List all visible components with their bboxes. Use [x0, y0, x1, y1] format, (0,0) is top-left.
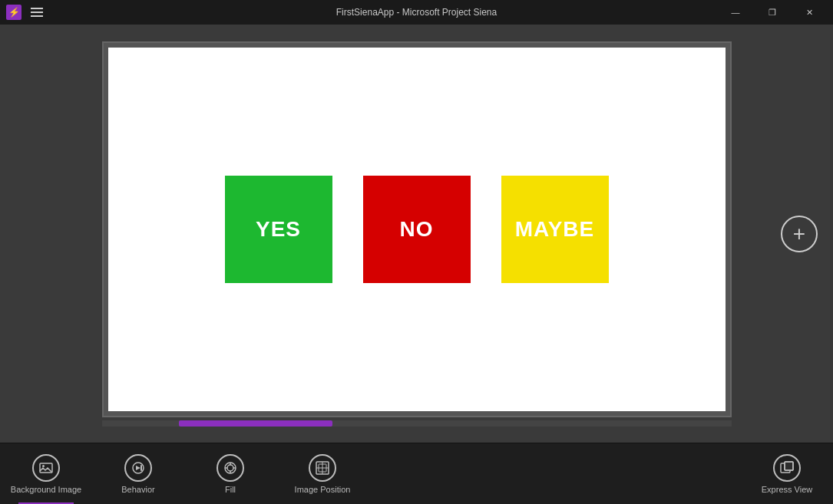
fill-label: Fill	[225, 485, 236, 494]
title-bar-left: ⚡	[6, 5, 46, 20]
window-title: FirstSienaApp - Microsoft Project Siena	[336, 7, 497, 18]
behavior-label: Behavior	[121, 485, 154, 494]
toolbar-item-express-view[interactable]: Express View	[741, 443, 833, 505]
close-button[interactable]: ✕	[792, 0, 827, 25]
svg-rect-14	[785, 462, 793, 470]
fill-icon	[217, 454, 244, 482]
scrollbar-thumb	[179, 420, 332, 427]
main-content: YES NO MAYBE +	[0, 25, 833, 443]
toolbar-item-background-image[interactable]: Background Image	[0, 443, 92, 505]
background-image-icon	[32, 454, 60, 482]
bottom-toolbar: Background Image Behavior Fill	[0, 443, 833, 504]
svg-point-4	[227, 465, 233, 471]
restore-button[interactable]: ❐	[755, 0, 790, 25]
toolbar-item-behavior[interactable]: Behavior	[92, 443, 184, 505]
minimize-button[interactable]: —	[718, 0, 753, 25]
add-screen-button[interactable]: +	[781, 216, 818, 252]
image-position-label: Image Position	[295, 485, 351, 494]
yes-button[interactable]: YES	[225, 176, 332, 283]
toolbar-item-fill[interactable]: Fill	[184, 443, 276, 505]
hamburger-menu[interactable]	[28, 5, 46, 20]
app-icon: ⚡	[6, 5, 21, 20]
no-button[interactable]: NO	[363, 176, 471, 283]
toolbar-item-image-position[interactable]: Image Position	[276, 443, 369, 505]
express-view-label: Express View	[762, 485, 812, 494]
canvas: YES NO MAYBE	[108, 48, 726, 411]
background-image-label: Background Image	[11, 485, 81, 494]
title-bar: ⚡ FirstSienaApp - Microsoft Project Sien…	[0, 0, 833, 25]
canvas-scrollbar[interactable]	[102, 420, 732, 427]
image-position-icon	[309, 454, 336, 482]
behavior-icon	[124, 454, 152, 482]
svg-point-1	[42, 465, 45, 467]
express-view-icon	[773, 454, 801, 482]
maybe-button[interactable]: MAYBE	[501, 176, 609, 283]
window-controls: — ❐ ✕	[718, 0, 827, 25]
canvas-wrapper: YES NO MAYBE	[102, 41, 732, 417]
